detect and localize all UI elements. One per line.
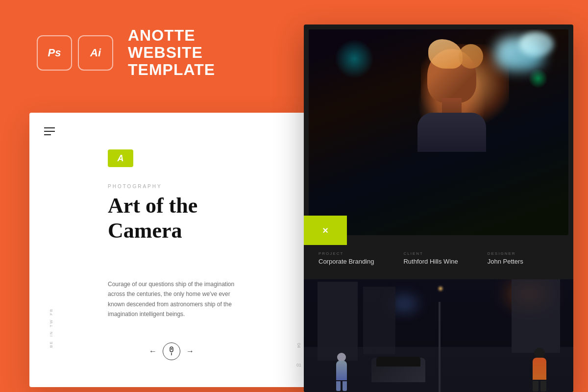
arrow-right-icon[interactable]: → [186, 347, 194, 356]
dark-panel: × PROJECT Corporate Branding CLIENT Ruth… [304, 24, 573, 392]
cyan-light [335, 39, 374, 78]
main-title: Art of the Camera [108, 194, 197, 243]
illustrator-icon: Ai [78, 35, 113, 71]
social-links: FB TW IN BE [49, 308, 53, 348]
project-info: PROJECT Corporate Branding [318, 251, 374, 265]
brand-title: ANOTTE WEBSITE TEMPLATE [128, 27, 215, 79]
hamburger-menu[interactable] [44, 127, 55, 135]
client-value: Ruthford Hills Wine [403, 258, 458, 265]
info-strip: PROJECT Corporate Branding CLIENT Ruthfo… [304, 243, 573, 274]
page-total: 04 [296, 343, 301, 348]
svg-point-1 [171, 348, 172, 350]
photoshop-icon: Ps [37, 35, 72, 71]
social-fb[interactable]: FB [49, 308, 53, 315]
header-area: Ps Ai ANOTTE WEBSITE TEMPLATE [37, 27, 215, 79]
designer-label: DESIGNER [488, 251, 523, 256]
client-info: CLIENT Ruthford Hills Wine [403, 251, 458, 265]
portrait-image [309, 29, 568, 235]
social-tw[interactable]: TW [49, 319, 53, 327]
designer-value: John Petters [488, 258, 523, 265]
social-be[interactable]: BE [49, 341, 53, 348]
arrow-left-icon[interactable]: ← [149, 347, 157, 356]
category-label: PHOTOGRAPHY [108, 184, 162, 189]
close-button[interactable]: × [304, 216, 347, 245]
logo-badge: A [108, 149, 133, 167]
project-value: Corporate Branding [318, 258, 374, 265]
client-label: CLIENT [403, 251, 458, 256]
page-current: 01 [296, 363, 301, 368]
nav-arrows: ← → [149, 343, 194, 360]
social-in[interactable]: IN [49, 331, 53, 337]
green-dot [528, 69, 548, 88]
description-text: Courage of our questions ship of the ima… [108, 279, 240, 319]
street-image [304, 279, 573, 392]
software-icons: Ps Ai [37, 35, 113, 71]
designer-info: DESIGNER John Petters [488, 251, 523, 265]
scroll-indicator [163, 343, 180, 360]
white-card: A PHOTOGRAPHY Art of the Camera Courage … [29, 113, 314, 387]
project-label: PROJECT [318, 251, 374, 256]
